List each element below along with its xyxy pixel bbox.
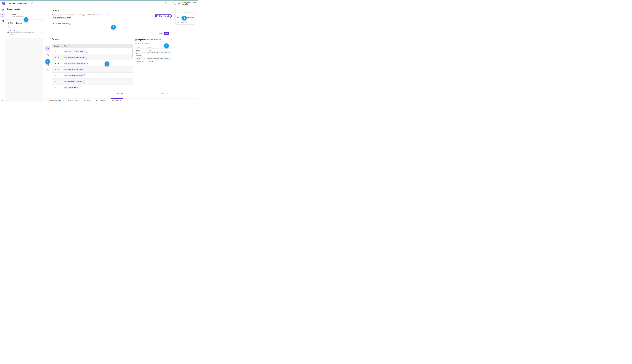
entity-dot-icon [65,81,67,82]
entity-pill[interactable]: Innovations in Mechanical... [64,62,88,65]
rail-item-contents[interactable] [0,13,5,18]
property-row: globalid{5D9B4713-F98D-4A53-A59F-C1... [135,52,172,54]
entity-dot-icon [65,50,67,52]
close-tab-icon[interactable]: ✕ [91,100,92,101]
prev-page-icon[interactable]: ‹ [126,92,127,94]
help-button[interactable]: ? [173,2,176,5]
add-selection-icon[interactable]: + [55,62,56,64]
rail-collapse-button[interactable]: » [0,100,5,101]
entity-pill[interactable]: Sales Associate Summit [64,68,85,71]
properties-table: Name Value shapePointglobalid{5D9B4713-F… [135,46,172,62]
close-tab-icon[interactable]: ✕ [108,100,108,101]
add-selection-icon[interactable]: + [55,81,56,82]
close-panel-icon[interactable]: ✕ [40,8,42,10]
close-tab-icon[interactable]: ✕ [63,100,64,101]
property-name: name [135,58,148,59]
entity-pill[interactable]: Managment Techniques [64,74,85,77]
add-selection-icon[interactable]: + [55,56,56,58]
stored-queries-search[interactable] [6,25,42,29]
property-row: established2020-02-11 [135,60,172,62]
menu-item-collapse[interactable]: »Collapse [176,20,194,24]
selection-tool-button[interactable] [46,68,50,72]
avatar-initials: KS [178,3,180,4]
table-row: +−Sales Associate Summit [52,66,133,72]
remove-selection-icon[interactable]: − [58,62,59,64]
remove-selection-icon[interactable]: − [58,87,59,88]
avatar[interactable]: KS [178,2,181,5]
layers-icon [2,14,4,16]
question-icon: ? [174,2,175,4]
callout-badge-5: 5 [45,59,50,64]
results-scrollbar[interactable] [132,48,133,96]
entity-dot-icon [65,69,67,70]
chevron-up-icon[interactable] [40,22,42,24]
rail-item-save[interactable] [0,19,5,23]
close-tab-icon[interactable]: ✕ [80,100,80,101]
remove-selection-icon[interactable]: − [58,50,59,52]
toggle-label: Show Query Box [159,15,171,17]
add-selection-icon[interactable]: + [55,50,56,52]
search-button[interactable] [165,2,168,5]
value-cell: Managment Techniques [62,74,85,77]
query-text: MATCH (e) RETURN (e) [53,22,170,24]
stored-item-title: Basic Query [10,30,36,32]
close-properties-icon[interactable]: ✕ [170,39,172,40]
search-icon [8,26,9,28]
folder-icon [7,22,9,24]
column-header-selection: Selection [52,44,62,48]
view-tab-bar: Knowledge Graph✕Dashboard✕Map✕Link Chart… [43,98,198,102]
entity-pill[interactable]: Firebird Title [64,86,78,89]
scrollbar-thumb[interactable] [132,48,133,58]
query-item-subtitle: Create new queries [11,16,24,17]
prev-page-icon[interactable]: ‹ [167,92,168,94]
tab-map[interactable]: Map✕ [83,98,94,102]
property-name: established [135,60,148,62]
show-query-box-toggle[interactable]: Show Query Box [154,14,172,18]
entity-pill-label: New Metal Office Suppliers [68,56,85,58]
property-value: {5D9B4713-F98D-4A53-A59F-C1... [148,52,172,54]
tab-knowledge-graph[interactable]: Knowledge Graph✕ [44,98,65,102]
tab-label: Knowledge Graph [49,100,62,101]
query-item-text: Query Create new queries [11,14,24,17]
tab-query[interactable]: { }Query✕ [111,98,123,102]
table-row: +−Innovations in Mechanical... [52,60,133,66]
knowledge-graph-icon [46,100,48,101]
close-tab-icon[interactable]: ✕ [120,100,121,101]
add-selection-icon[interactable]: + [55,87,56,88]
next-page-icon[interactable]: › [170,92,171,94]
remove-selection-icon[interactable]: − [58,81,59,82]
query-section-title: Query [52,9,59,12]
header-actions: ? KS Knowledge Studio publisher2 [165,0,196,6]
tab-dashboard[interactable]: Dashboard✕ [66,98,82,102]
run-button[interactable]: Run [164,32,169,35]
remove-selection-icon[interactable]: − [58,75,59,76]
property-name: objectid [135,55,148,56]
search-input[interactable] [10,26,42,28]
selection-cell: +− [52,66,62,72]
add-selection-icon[interactable]: + [55,69,56,70]
user-menu[interactable]: Knowledge Studio publisher2 [182,2,196,5]
edit-title-icon[interactable] [31,2,33,4]
braces-icon: { } [6,14,10,16]
add-to-link-chart-button[interactable] [46,53,50,57]
entity-dot-icon [65,75,67,76]
stored-query-item[interactable]: Basic Query Basic query that returns all… [5,29,43,37]
item-options-icon[interactable]: ••• [40,32,42,37]
next-page-icon[interactable]: › [130,92,130,94]
remove-selection-icon[interactable]: − [58,69,59,70]
entity-pill[interactable]: Staplers Mechanical Engi... [64,50,87,53]
entity-pill[interactable]: Attendance Certificate [64,80,84,83]
add-selection-icon[interactable]: + [55,75,56,76]
learn-more-link[interactable]: Learn more about Query [52,17,71,18]
callout-badge-3: 3 [104,62,109,66]
clear-button[interactable]: Clear [157,32,163,35]
tab-link-chart[interactable]: Link Chart✕ [95,98,110,102]
braces-icon: { } [112,100,114,101]
remove-selection-icon[interactable]: − [58,56,59,58]
add-selection-icon[interactable] [167,38,169,40]
table-view-button[interactable] [46,46,50,50]
menu-item-add-selection-to: Add Selection To [176,11,194,14]
entity-pill[interactable]: New Metal Office Suppliers [64,56,87,59]
rail-item-data-model[interactable] [0,8,5,12]
properties-entity-link[interactable]: Staplers Mechanic... [147,39,162,40]
